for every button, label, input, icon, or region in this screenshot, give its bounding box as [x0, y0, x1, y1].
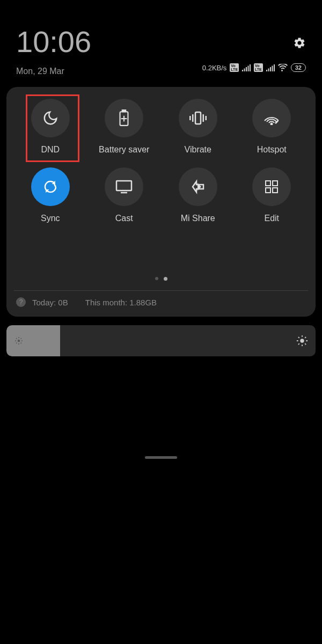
tile-grid: DND Battery saver Vibrate	[14, 99, 308, 223]
vibrate-icon	[189, 111, 207, 125]
battery-plus-icon	[118, 109, 130, 127]
tile-sync[interactable]: Sync	[16, 167, 85, 223]
page-indicator[interactable]	[14, 277, 308, 281]
help-icon: ?	[16, 297, 26, 307]
wifi-icon	[278, 64, 288, 71]
svg-rect-17	[202, 114, 204, 122]
sync-icon	[42, 179, 58, 195]
svg-rect-4	[250, 64, 251, 71]
header: 10:06 Mon, 29 Mar 0.2KB/s VoLTE VoLTE 32	[0, 0, 322, 82]
dot-active	[164, 277, 167, 281]
usage-month: This month: 1.88GB	[85, 298, 157, 307]
tile-label: Cast	[115, 214, 133, 223]
svg-rect-7	[270, 67, 271, 71]
svg-rect-15	[192, 114, 194, 122]
clock-date: Mon, 29 Mar	[16, 67, 91, 76]
tile-label: Vibrate	[185, 145, 211, 155]
quick-settings-panel: DND Battery saver Vibrate	[6, 87, 316, 317]
svg-point-35	[20, 342, 21, 343]
clock-time: 10:06	[16, 27, 91, 57]
status-bar: 0.2KB/s VoLTE VoLTE 32	[202, 63, 306, 72]
hotspot-icon	[264, 111, 280, 125]
brightness-slider[interactable]	[6, 325, 316, 356]
svg-point-33	[20, 338, 21, 339]
svg-rect-3	[248, 65, 249, 71]
signal-icon-1	[242, 64, 251, 71]
svg-rect-9	[274, 64, 275, 71]
svg-point-36	[300, 339, 304, 342]
svg-rect-1	[244, 68, 245, 71]
header-right: 0.2KB/s VoLTE VoLTE 32	[202, 27, 306, 72]
svg-rect-8	[272, 65, 273, 71]
svg-rect-14	[195, 112, 201, 124]
brightness-high-icon	[296, 335, 308, 347]
dot	[155, 277, 158, 280]
tile-vibrate[interactable]: Vibrate	[164, 99, 232, 155]
svg-rect-26	[273, 188, 277, 193]
moon-icon	[42, 110, 58, 126]
svg-rect-24	[273, 181, 277, 186]
tile-label: Battery saver	[99, 145, 149, 155]
svg-point-27	[18, 340, 20, 342]
svg-rect-0	[242, 70, 243, 71]
tile-mi-share[interactable]: Mi Share	[164, 167, 232, 223]
svg-line-41	[298, 337, 299, 338]
tile-label: DND	[41, 145, 60, 155]
tile-label: Edit	[264, 214, 279, 223]
nav-pill[interactable]	[145, 456, 177, 459]
svg-rect-18	[205, 116, 207, 120]
tile-edit[interactable]: Edit	[238, 167, 306, 223]
tile-battery-saver[interactable]: Battery saver	[90, 99, 159, 155]
svg-rect-2	[246, 67, 247, 71]
svg-point-30	[15, 340, 16, 341]
svg-rect-21	[116, 181, 131, 191]
tile-label: Sync	[41, 214, 60, 223]
tile-dnd[interactable]: DND	[16, 99, 85, 155]
brightness-low-icon	[14, 336, 24, 346]
svg-rect-11	[122, 110, 126, 112]
signal-icon-2	[266, 64, 275, 71]
svg-rect-23	[266, 181, 270, 186]
volte-badge-1: VoLTE	[230, 63, 239, 72]
time-date-block: 10:06 Mon, 29 Mar	[16, 27, 91, 76]
tile-cast[interactable]: Cast	[90, 167, 159, 223]
svg-point-32	[16, 338, 17, 339]
data-usage-bar[interactable]: ? Today: 0B This month: 1.88GB	[14, 297, 308, 309]
divider	[14, 290, 308, 291]
volte-badge-2: VoLTE	[254, 63, 263, 72]
usage-today: Today: 0B	[32, 298, 68, 307]
svg-line-42	[305, 343, 306, 345]
svg-line-44	[305, 337, 306, 338]
tile-label: Hotspot	[257, 145, 287, 155]
svg-rect-6	[268, 68, 269, 71]
svg-rect-25	[266, 188, 270, 193]
svg-line-43	[298, 343, 299, 345]
data-speed: 0.2KB/s	[202, 64, 227, 72]
mi-share-icon	[189, 179, 207, 194]
tile-hotspot[interactable]: Hotspot	[238, 99, 306, 155]
settings-icon[interactable]	[293, 36, 306, 49]
brightness-fill	[6, 325, 60, 356]
battery-indicator: 32	[291, 63, 306, 72]
svg-point-28	[18, 337, 19, 338]
svg-point-34	[16, 342, 17, 343]
svg-rect-16	[189, 116, 191, 120]
tile-label: Mi Share	[181, 214, 215, 223]
cast-icon	[115, 180, 133, 194]
svg-point-29	[18, 343, 19, 345]
edit-grid-icon	[265, 180, 279, 194]
svg-point-31	[21, 340, 23, 341]
svg-rect-5	[266, 70, 267, 71]
svg-point-19	[271, 123, 273, 125]
